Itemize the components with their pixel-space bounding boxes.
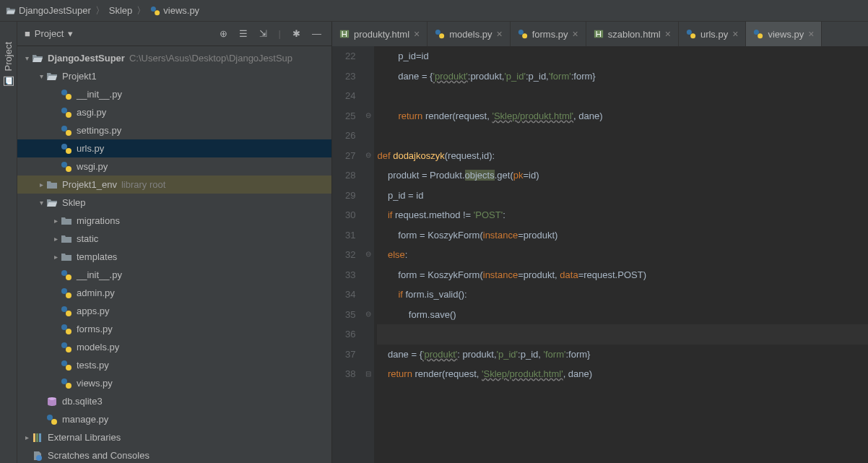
tree-file[interactable]: __init__.py xyxy=(17,266,331,284)
tab-forms-py[interactable]: forms.py× xyxy=(511,22,586,46)
breadcrumb: DjangoJestSuper 〉 Sklep 〉 views.py xyxy=(0,0,868,22)
tree-file[interactable]: __init__.py xyxy=(17,85,331,103)
project-sidebar: ■ Project ▾ ⊕ ☰ ⇲ | ✱ — ▾DjangoJestSuper… xyxy=(17,22,332,463)
tree-folder[interactable]: ▸static xyxy=(17,230,331,248)
code-lines[interactable]: p_id=id dane = {'produkt':produkt,'p_id'… xyxy=(374,46,868,463)
tree-file-db[interactable]: db.sqlite3 xyxy=(17,392,331,410)
hide-icon[interactable]: — xyxy=(309,28,324,39)
gear-icon[interactable]: ✱ xyxy=(290,28,303,39)
tree-file[interactable]: views.py xyxy=(17,374,331,392)
tab-produkty-html[interactable]: produkty.html× xyxy=(332,22,428,46)
fold-column[interactable]: ⊖ ⊖ ⊖ ⊖ ⊟ xyxy=(364,46,374,463)
tree-file[interactable]: wsgi.py xyxy=(17,157,331,176)
project-tool-button[interactable]: 📄 Project xyxy=(3,42,14,86)
tree-file[interactable]: models.py xyxy=(17,338,331,356)
close-icon[interactable]: × xyxy=(414,29,420,39)
tree-file[interactable]: asgi.py xyxy=(17,103,331,121)
tree-file[interactable]: manage.py xyxy=(17,410,331,428)
breadcrumb-sep: 〉 xyxy=(95,4,105,17)
gutter: 2223242526272829303132333435363738 xyxy=(332,46,364,463)
tab-urls-py[interactable]: urls.py× xyxy=(679,22,746,46)
tree-file[interactable]: admin.py xyxy=(17,284,331,302)
close-icon[interactable]: × xyxy=(808,29,814,39)
breadcrumb-sep: 〉 xyxy=(136,4,146,17)
sidebar-header: ■ Project ▾ ⊕ ☰ ⇲ | ✱ — xyxy=(17,22,331,46)
tree-file[interactable]: forms.py xyxy=(17,320,331,338)
expand-all-icon[interactable]: ☰ xyxy=(236,28,251,39)
close-icon[interactable]: × xyxy=(497,29,503,39)
breadcrumb-root[interactable]: DjangoJestSuper xyxy=(6,5,91,16)
tree-scratches[interactable]: Scratches and Consoles xyxy=(17,446,331,463)
editor-tabs: produkty.html×models.py×forms.py×szablon… xyxy=(332,22,868,46)
tree-folder-env[interactable]: ▸Projekt1_envlibrary root xyxy=(17,176,331,194)
editor: produkty.html×models.py×forms.py×szablon… xyxy=(332,22,868,463)
tab-szablon-html[interactable]: szablon.html× xyxy=(586,22,679,46)
breadcrumb-file[interactable]: views.py xyxy=(150,5,199,16)
collapse-all-icon[interactable]: ⇲ xyxy=(256,28,270,39)
tree-file-selected[interactable]: urls.py xyxy=(17,139,331,157)
tree-file[interactable]: tests.py xyxy=(17,356,331,374)
tab-views-py[interactable]: views.py× xyxy=(746,22,822,46)
tab-models-py[interactable]: models.py× xyxy=(428,22,510,46)
tool-window-stripe: 📄 Project xyxy=(0,22,17,463)
breadcrumb-folder[interactable]: Sklep xyxy=(109,5,133,16)
tree-folder[interactable]: ▸templates xyxy=(17,248,331,266)
close-icon[interactable]: × xyxy=(732,29,738,39)
sidebar-title[interactable]: ■ Project ▾ xyxy=(25,28,73,39)
tree-folder-projekt1[interactable]: ▾Projekt1 xyxy=(17,67,331,85)
tree-file[interactable]: apps.py xyxy=(17,302,331,320)
select-opened-icon[interactable]: ⊕ xyxy=(217,28,230,39)
tree-folder-sklep[interactable]: ▾Sklep xyxy=(17,194,331,212)
tree-folder[interactable]: ▸migrations xyxy=(17,212,331,230)
tree-root[interactable]: ▾DjangoJestSuperC:\Users\Asus\Desktop\Dj… xyxy=(17,49,331,67)
tree-external-libraries[interactable]: ▸External Libraries xyxy=(17,428,331,446)
project-tree[interactable]: ▾DjangoJestSuperC:\Users\Asus\Desktop\Dj… xyxy=(17,46,331,463)
tree-file[interactable]: settings.py xyxy=(17,121,331,139)
close-icon[interactable]: × xyxy=(665,29,671,39)
close-icon[interactable]: × xyxy=(573,29,578,39)
code-area[interactable]: 2223242526272829303132333435363738 ⊖ ⊖ ⊖… xyxy=(332,46,868,463)
